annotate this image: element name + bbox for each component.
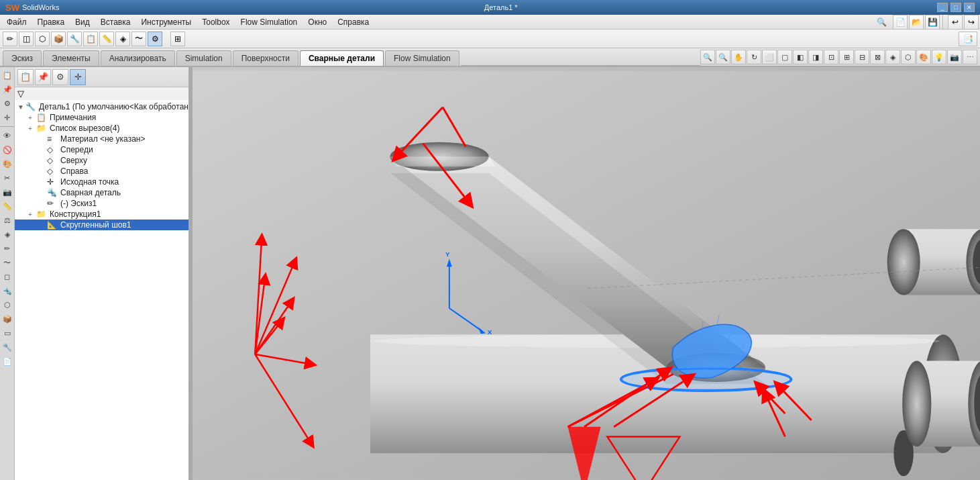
tree-label: (-) Эскиз1 <box>60 199 97 208</box>
tb-ref-geom[interactable]: ◈ <box>115 32 130 46</box>
tab-eskiz[interactable]: Эскиз <box>3 50 42 66</box>
vp-view6[interactable]: ⊞ <box>839 50 854 64</box>
panel-btn-prop[interactable]: 📌 <box>35 69 51 85</box>
li-sketch-tools[interactable]: ✏ <box>1 242 14 255</box>
vp-view8[interactable]: ⊠ <box>870 50 885 64</box>
tb-measure[interactable]: 📏 <box>99 32 114 46</box>
vp-lighting[interactable]: 💡 <box>932 50 946 64</box>
li-config-mgr[interactable]: ⚙ <box>1 97 14 110</box>
menu-tools[interactable]: Инструменты <box>135 16 197 28</box>
tree-item-6[interactable]: ◇Справа <box>15 166 191 177</box>
vp-view4[interactable]: ◨ <box>808 50 823 64</box>
li-camera[interactable]: 📷 <box>1 185 14 199</box>
li-sheet-metal[interactable]: ▭ <box>1 326 14 340</box>
menu-view[interactable]: Вид <box>70 16 95 28</box>
close-button[interactable]: ✕ <box>964 3 975 12</box>
tb-new[interactable]: 📄 <box>893 15 908 30</box>
tab-weld-details[interactable]: Сварные детали <box>300 50 384 66</box>
vp-camera[interactable]: 📷 <box>947 50 962 64</box>
li-display[interactable]: 👁 <box>1 129 14 142</box>
viewport[interactable]: Y X <box>193 67 980 480</box>
vp-view5[interactable]: ⊡ <box>824 50 838 64</box>
panel-btn-plus[interactable]: ✛ <box>70 69 86 85</box>
tree-expand[interactable]: + <box>28 114 36 122</box>
tree-icon: ◇ <box>47 156 59 165</box>
tab-surfaces[interactable]: Поверхности <box>233 50 298 66</box>
tree-item-3[interactable]: ≡Материал <не указан> <box>15 134 191 144</box>
menu-insert[interactable]: Вставка <box>95 16 136 28</box>
menu-help[interactable]: Справка <box>332 16 374 28</box>
tab-simulation[interactable]: Simulation <box>176 50 231 66</box>
li-ref-geom[interactable]: ◈ <box>1 228 14 241</box>
panel-resize-handle[interactable] <box>188 67 191 480</box>
li-mass[interactable]: ⚖ <box>1 213 14 227</box>
menu-toolbox[interactable]: Toolbox <box>197 16 235 28</box>
li-parts[interactable]: 📦 <box>1 312 14 326</box>
tab-analyze[interactable]: Анализировать <box>101 50 175 66</box>
tree-item-1[interactable]: +📋Примечания <box>15 112 191 123</box>
tree-expand[interactable]: ▼ <box>17 103 25 111</box>
li-appear[interactable]: 🎨 <box>1 157 14 171</box>
panel-btn-feature[interactable]: 📋 <box>17 69 34 85</box>
tb-redo[interactable]: ↪ <box>964 15 979 30</box>
menu-edit[interactable]: Правка <box>32 16 70 28</box>
tb-options[interactable]: ⊞ <box>170 32 185 46</box>
vp-display[interactable]: ⬡ <box>901 50 916 64</box>
li-drawing[interactable]: 📄 <box>1 354 14 368</box>
li-section[interactable]: ✂ <box>1 171 14 185</box>
li-mold[interactable]: ⬡ <box>1 298 14 311</box>
tree-item-9[interactable]: ✏(-) Эскиз1 <box>15 198 191 209</box>
tree-item-7[interactable]: ✛Исходная точка <box>15 177 191 187</box>
tb-smart-dim[interactable]: ◫ <box>19 32 34 46</box>
vp-view2[interactable]: ▢ <box>777 50 792 64</box>
menu-file[interactable]: Файл <box>1 16 32 28</box>
tb-assembly[interactable]: 🔧 <box>67 32 82 46</box>
vp-more[interactable]: ⋯ <box>963 50 977 64</box>
tb-open[interactable]: 📂 <box>909 15 924 30</box>
vp-section[interactable]: ◈ <box>885 50 900 64</box>
tree-expand[interactable]: + <box>28 211 36 218</box>
li-weld[interactable]: 🔩 <box>1 284 14 297</box>
li-measure[interactable]: 📏 <box>1 199 14 213</box>
tb-undo[interactable]: ↩ <box>948 15 963 30</box>
vp-pan[interactable]: ✋ <box>731 50 746 64</box>
vp-view1[interactable]: ⬜ <box>762 50 777 64</box>
li-hide[interactable]: 🚫 <box>1 143 14 156</box>
li-dim-xpert[interactable]: ✛ <box>1 111 14 124</box>
tb-drawing[interactable]: 📋 <box>83 32 98 46</box>
tree-item-11[interactable]: 📐Скругленный шов1 <box>15 220 191 230</box>
tree-expand[interactable]: + <box>28 125 36 132</box>
tab-flow-simulation[interactable]: Flow Simulation <box>385 50 459 66</box>
menu-flow-simulation[interactable]: Flow Simulation <box>235 16 303 28</box>
li-curves[interactable]: 〜 <box>1 256 14 269</box>
li-prop-mgr[interactable]: 📌 <box>1 83 14 96</box>
tab-elements[interactable]: Элементы <box>43 50 99 66</box>
li-feature-mgr[interactable]: 📋 <box>1 68 14 82</box>
tb-save[interactable]: 💾 <box>925 15 940 30</box>
tree-item-8[interactable]: 🔩Сварная деталь <box>15 187 191 198</box>
tree-item-0[interactable]: ▼🔧Деталь1 (По умолчанию<Как обработан <box>15 101 191 112</box>
tb-features[interactable]: ⬡ <box>35 32 50 46</box>
tree-item-10[interactable]: +📁Конструкция1 <box>15 209 191 220</box>
vp-appear[interactable]: 🎨 <box>916 50 931 64</box>
tb-rebuild[interactable]: 📑 <box>959 32 977 46</box>
li-assembly[interactable]: 🔧 <box>1 340 14 354</box>
li-surfaces[interactable]: ◻ <box>1 270 14 283</box>
panel-btn-config[interactable]: ⚙ <box>52 69 68 85</box>
vp-zoom-out[interactable]: 🔍 <box>716 50 730 64</box>
minimize-button[interactable]: _ <box>937 3 948 12</box>
filter-icon[interactable]: ▽ <box>17 89 24 99</box>
maximize-button[interactable]: □ <box>950 3 961 12</box>
tb-curves[interactable]: 〜 <box>131 32 146 46</box>
vp-view7[interactable]: ⊟ <box>855 50 869 64</box>
tree-item-4[interactable]: ◇Спереди <box>15 144 191 155</box>
tb-sketch[interactable]: ✏ <box>3 32 17 46</box>
vp-view3[interactable]: ◧ <box>793 50 808 64</box>
tree-item-2[interactable]: +📁Список вырезов(4) <box>15 123 191 134</box>
tree-item-5[interactable]: ◇Сверху <box>15 155 191 166</box>
tb-parts[interactable]: 📦 <box>51 32 66 46</box>
vp-zoom-in[interactable]: 🔍 <box>700 50 715 64</box>
menu-window[interactable]: Окно <box>303 16 332 28</box>
tb-weldments[interactable]: ⚙ <box>148 32 162 46</box>
vp-rotate[interactable]: ↻ <box>747 50 761 64</box>
